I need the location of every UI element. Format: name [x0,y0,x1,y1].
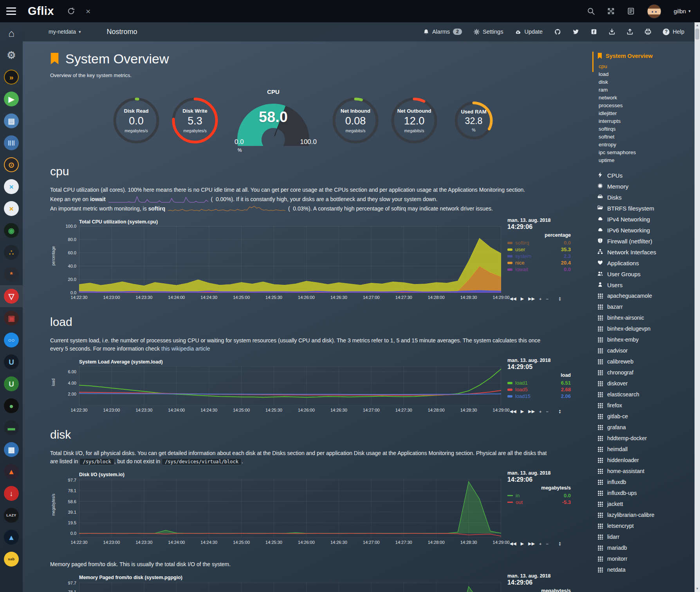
chart-pan-backward-button[interactable]: ◀◀ [510,541,516,546]
menu-item-load[interactable]: load [599,70,694,78]
menu-app-elasticsearch[interactable]: elasticsearch [597,389,694,400]
scrollbar-up-arrow[interactable]: ▲ [695,23,700,28]
help-button[interactable]: ? Help [663,29,684,35]
chart-zoom-out-button[interactable]: − [546,409,548,414]
chart-play-button[interactable]: ▶ [521,541,524,546]
chart-zoom-in-button[interactable]: + [539,542,541,546]
search-icon[interactable] [587,7,595,15]
menu-section-cpus[interactable]: CPUs [597,170,694,181]
menu-item-uptime[interactable]: uptime [599,157,694,164]
menu-app-diskover[interactable]: diskover [597,378,694,389]
menu-item-processes[interactable]: processes [599,102,694,110]
chart-resize-handle[interactable]: ▴▾ [559,542,561,546]
menu-item-disk[interactable]: disk [599,78,694,86]
menu-app-binhex-airsonic[interactable]: binhex-airsonic [597,312,694,323]
chart-resize-handle[interactable]: ▴▾ [559,409,561,414]
app-tab-library[interactable]: ▤ [0,110,23,132]
menu-app-mariadb[interactable]: mariadb [597,542,694,553]
legend-series-in[interactable]: in0.0 [507,492,571,499]
app-tab-grafana[interactable]: * [0,263,23,285]
legend-series-softirq[interactable]: softirq0.0 [507,239,571,246]
twitter-button[interactable] [573,29,579,35]
chart-system-load[interactable]: System Load Average (system.load)load2.0… [50,359,571,405]
menu-app-heimdall[interactable]: heimdall [597,444,694,455]
chart-system-pgpgio[interactable]: Memory Paged from/to disk (system.pgpgio… [50,575,571,592]
user-avatar[interactable] [647,4,661,18]
menu-item-softnet[interactable]: softnet [599,133,694,141]
alarms-button[interactable]: Alarms 2 [423,29,462,35]
menu-app-letsencrypt[interactable]: letsencrypt [597,520,694,531]
app-tab-cubes[interactable]: ▣ [0,307,23,329]
wikipedia-link[interactable]: this wikipedia article [161,345,210,352]
menu-section-memory[interactable]: Memory [597,181,694,192]
app-tab-monitorr[interactable]: ▬ [0,417,23,439]
menu-app-grafana[interactable]: grafana [597,422,694,433]
menu-section-users[interactable]: Users [597,279,694,290]
chart-zoom-in-button[interactable]: + [539,409,541,414]
menu-app-hddtemp-docker[interactable]: hddtemp-docker [597,433,694,444]
chart-pan-backward-button[interactable]: ◀◀ [510,409,516,414]
legend-series-load5[interactable]: load52.68 [507,386,571,393]
menu-section-user-groups[interactable]: User Groups [597,268,694,279]
legend-series-system[interactable]: system2.3 [507,253,571,259]
menu-app-monitorr[interactable]: monitorr [597,553,694,564]
menu-section-applications[interactable]: Applications [597,257,694,268]
update-button[interactable]: Update [515,29,543,35]
net-inbound-gauge[interactable]: Net Inbound0.08megabits/s [326,96,385,145]
disk-write-gauge[interactable]: Disk Write5.3megabytes/s [166,96,224,145]
hamburger-menu-icon[interactable] [6,7,16,15]
home-tab[interactable]: ⌂ [0,22,23,44]
fullscreen-icon[interactable] [607,7,615,15]
menu-system-overview[interactable]: System Overview [597,53,694,59]
chart-zoom-out-button[interactable]: − [546,297,548,301]
app-tab-jackett[interactable]: ⊙ [0,154,23,176]
upload-snapshot-button[interactable] [627,29,633,35]
refresh-icon[interactable] [67,7,75,15]
chart-system-io[interactable]: Disk I/O (system.io)megabytes/s0.019.539… [50,472,571,538]
app-tab-netdata[interactable]: ▽ [0,285,23,307]
app-tab-airsonic[interactable]: ‖‖ [0,132,23,154]
menu-item-entropy[interactable]: entropy [599,141,694,149]
menu-item-ipc-semaphores[interactable]: ipc semaphores [599,149,694,157]
chart-plot-area[interactable]: 0.020.040.060.080.0100.014:22:3014:23:00… [79,226,501,293]
legend-series-iowait[interactable]: iowait0.0 [507,266,571,273]
app-tab-green-ring[interactable]: ◉ [0,220,23,241]
menu-app-calibreweb[interactable]: calibreweb [597,356,694,367]
menu-item-ram[interactable]: ram [599,86,694,94]
chart-zoom-in-button[interactable]: + [539,297,541,301]
legend-series-load15[interactable]: load152.06 [507,393,571,399]
menu-app-gitlab-ce[interactable]: gitlab-ce [597,411,694,422]
net-outbound-gauge[interactable]: Net Outbound12.0megabits/s [385,96,444,145]
menu-section-network-interfaces[interactable]: Network Interfaces [597,247,694,257]
menu-app-binhex-emby[interactable]: binhex-emby [597,334,694,345]
scrollbar[interactable]: ▲ ▼ [695,22,700,592]
menu-section-ipv4-networking[interactable]: IPv4 Networking [597,214,694,225]
chart-zoom-out-button[interactable]: − [546,542,548,546]
menu-app-apacheguacamole[interactable]: apacheguacamole [597,290,694,301]
app-tab-sail[interactable]: ▲ [0,526,23,548]
app-tab-nextcloud[interactable]: ○○ [0,329,23,351]
menu-item-network[interactable]: network [599,94,694,102]
menu-item-interrupts[interactable]: interrupts [599,117,694,125]
menu-section-disks[interactable]: Disks [597,192,694,203]
chart-play-button[interactable]: ▶ [521,296,524,301]
chart-plot-area[interactable]: 2.004.006.0014:22:3014:23:0014:23:3014:2… [79,366,501,405]
menu-item-cpu[interactable]: cpu [599,63,694,70]
app-tab-sabnzbd[interactable]: sab [0,548,23,570]
server-dropdown[interactable]: my-netdata ▾ [49,29,81,35]
download-snapshot-button[interactable] [609,29,615,35]
legend-series-load1[interactable]: load16.51 [507,380,571,386]
menu-app-firefox[interactable]: firefox [597,400,694,411]
menu-app-hiddenloader[interactable]: hiddenloader [597,455,694,466]
chart-system-cpu[interactable]: Total CPU utilization (system.cpu)percen… [50,219,571,293]
chart-pan-backward-button[interactable]: ◀◀ [510,296,516,301]
menu-app-netdata[interactable]: netdata [597,564,694,575]
menu-app-influxdb-ups[interactable]: influxdb-ups [597,488,694,498]
menu-app-cadvisor[interactable]: cadvisor [597,345,694,356]
chart-play-button[interactable]: ▶ [521,409,524,414]
scrollbar-down-arrow[interactable]: ▼ [695,586,700,592]
app-tab-x-orange[interactable]: × [0,198,23,220]
menu-section-firewall-netfilter-[interactable]: Firewall (netfilter) [597,236,694,247]
scrollbar-thumb[interactable] [695,29,699,40]
menu-app-influxdb[interactable]: influxdb [597,477,694,488]
